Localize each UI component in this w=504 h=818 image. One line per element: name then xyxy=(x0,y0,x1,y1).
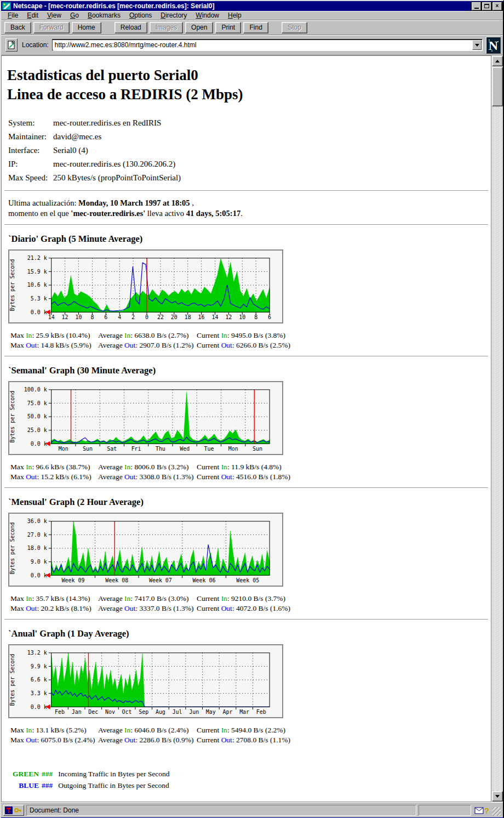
svg-text:Week 08: Week 08 xyxy=(105,577,128,583)
open-button[interactable]: Open xyxy=(185,22,213,33)
menu-file[interactable]: File xyxy=(3,11,22,20)
svg-text:12: 12 xyxy=(225,314,232,320)
chart-legend: GREEN ### Incoming Traffic in Bytes per … xyxy=(10,768,491,791)
svg-text:0.0 k: 0.0 k xyxy=(31,309,47,315)
svg-text:Week 05: Week 05 xyxy=(236,577,259,583)
status-text: Document: Done xyxy=(26,805,416,816)
svg-text:21.2 k: 21.2 k xyxy=(27,255,47,261)
svg-text:36.0 k: 36.0 k xyxy=(27,518,47,524)
mail-icon[interactable]: ? xyxy=(473,805,490,816)
scroll-down-button[interactable] xyxy=(492,791,503,802)
svg-text:Thu: Thu xyxy=(156,446,165,452)
svg-text:9.9 k: 9.9 k xyxy=(31,663,47,669)
scrollbar-thumb[interactable] xyxy=(492,67,503,106)
svg-text:6.6 k: 6.6 k xyxy=(31,677,47,683)
scrollbar-track[interactable] xyxy=(491,106,503,791)
home-button[interactable]: Home xyxy=(72,22,101,33)
svg-text:Mon: Mon xyxy=(59,446,68,452)
svg-text:100.0 k: 100.0 k xyxy=(24,387,47,393)
info-row-interface: Interface:Serial0 (4) xyxy=(8,144,491,157)
svg-text:18.0 k: 18.0 k xyxy=(27,546,47,552)
menu-window[interactable]: Window xyxy=(191,11,224,20)
svg-text:10: 10 xyxy=(75,314,82,320)
menu-directory[interactable]: Directory xyxy=(156,11,191,20)
svg-text:Week 07: Week 07 xyxy=(149,577,172,583)
info-row-system: System:mec-router.rediris.es en RedIRIS xyxy=(8,116,491,130)
svg-text:Week 09: Week 09 xyxy=(62,577,85,583)
green-swatch: ### xyxy=(42,768,53,780)
svg-text:?: ? xyxy=(484,806,489,815)
menu-options[interactable]: Options xyxy=(125,11,156,20)
resize-grip[interactable] xyxy=(492,807,501,816)
traffic-graph-weekly[interactable]: 100.0 k75.0 k50.0 k25.0 k0.0 kMonSunSatF… xyxy=(8,381,283,455)
svg-text:8: 8 xyxy=(90,314,94,320)
svg-text:15.9 k: 15.9 k xyxy=(27,269,47,275)
svg-text:Fri: Fri xyxy=(131,446,141,452)
svg-text:20: 20 xyxy=(171,314,177,320)
traffic-graph-yearly[interactable]: 13.2 k9.9 k6.6 k3.3 k0.0 kFebJanDecNovOc… xyxy=(8,644,283,718)
menu-bookmarks[interactable]: Bookmarks xyxy=(83,11,125,20)
svg-text:0.0 k: 0.0 k xyxy=(31,572,47,578)
minimize-button[interactable] xyxy=(472,2,481,10)
divider xyxy=(4,356,488,357)
minimize-icon xyxy=(474,8,479,9)
svg-text:Dec: Dec xyxy=(88,709,98,715)
svg-text:4: 4 xyxy=(118,314,121,320)
section-title: `Mensual' Graph (2 Hour Average) xyxy=(8,497,491,508)
netscape-logo[interactable]: N xyxy=(486,37,501,54)
svg-text:Sun: Sun xyxy=(253,446,262,452)
stop-button[interactable]: Stop xyxy=(282,22,307,33)
svg-text:25.0 k: 25.0 k xyxy=(27,427,47,433)
menu-view[interactable]: View xyxy=(43,11,66,20)
location-dropdown-button[interactable] xyxy=(472,40,482,50)
svg-text:10.6 k: 10.6 k xyxy=(27,282,47,288)
reload-button[interactable]: Reload xyxy=(114,22,147,33)
svg-text:Feb: Feb xyxy=(256,709,266,715)
print-button[interactable]: Print xyxy=(215,22,241,33)
traffic-graph-monthly[interactable]: 36.0 k27.0 k18.0 k9.0 k0.0 kWeek 09Week … xyxy=(8,513,283,587)
location-bar: Location: N xyxy=(1,35,503,55)
svg-text:Jul: Jul xyxy=(173,709,182,715)
key-icon[interactable] xyxy=(14,806,22,814)
location-input[interactable] xyxy=(53,40,472,50)
svg-text:0: 0 xyxy=(145,314,148,320)
find-button[interactable]: Find xyxy=(243,22,268,33)
menu-go[interactable]: Go xyxy=(66,11,83,20)
scroll-up-button[interactable] xyxy=(492,56,503,66)
blue-swatch: ### xyxy=(42,780,53,791)
svg-text:Bytes per Second: Bytes per Second xyxy=(9,259,15,311)
svg-text:Oct: Oct xyxy=(122,709,132,715)
svg-text:Bytes per Second: Bytes per Second xyxy=(9,522,15,575)
page-link-icon[interactable] xyxy=(5,38,18,52)
legend-outgoing: BLUE ### Outgoing Traffic in Bytes per S… xyxy=(10,780,491,791)
section-title: `Anual' Graph (1 Day Average) xyxy=(8,628,491,639)
svg-text:Sun: Sun xyxy=(83,446,93,452)
traffic-graph-daily[interactable]: 21.2 k15.9 k10.6 k5.3 k0.0 k141210864202… xyxy=(8,249,283,323)
images-button[interactable]: Images xyxy=(150,22,183,33)
chevron-down-icon xyxy=(475,44,479,47)
svg-text:Aug: Aug xyxy=(156,709,165,715)
netscape-app-icon[interactable] xyxy=(2,2,11,10)
menu-bar: File Edit View Go Bookmarks Options Dire… xyxy=(1,11,503,20)
stats-yearly: Max In: 13.1 kB/s (5.2%) Average In: 604… xyxy=(10,725,491,745)
svg-text:6: 6 xyxy=(104,314,107,320)
svg-text:Mar: Mar xyxy=(239,709,249,715)
divider xyxy=(4,190,488,191)
svg-text:Bytes per Second: Bytes per Second xyxy=(9,391,15,443)
menu-edit[interactable]: Edit xyxy=(22,11,43,20)
svg-text:22: 22 xyxy=(157,314,164,320)
page-title: Estadisticas del puerto Serial0 Linea de… xyxy=(7,66,491,104)
stats-daily: Max In: 25.9 kB/s (10.4%) Average In: 66… xyxy=(10,331,491,350)
security-icon[interactable] xyxy=(5,806,13,814)
info-row-ip: IP:mec-router.rediris.es (130.206.206.2) xyxy=(8,157,491,171)
window-title: Netscape - [mec-router.rediris.es [mec-r… xyxy=(13,2,472,10)
svg-text:6: 6 xyxy=(268,314,271,320)
close-button[interactable]: × xyxy=(492,2,502,10)
back-button[interactable]: Back xyxy=(4,22,31,33)
forward-button[interactable]: Forward xyxy=(33,22,70,33)
svg-text:Nov: Nov xyxy=(105,709,115,715)
menu-help[interactable]: Help xyxy=(224,11,246,20)
vertical-scrollbar[interactable] xyxy=(491,55,503,802)
maximize-button[interactable] xyxy=(482,2,491,10)
info-row-maintainer: Maintainer:david@mec.es xyxy=(8,130,491,144)
